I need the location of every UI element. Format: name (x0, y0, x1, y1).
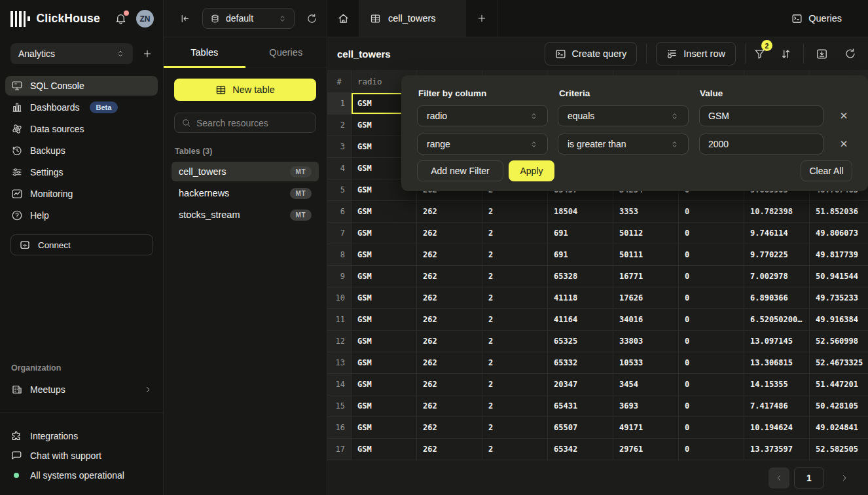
notifications-bell-icon[interactable] (115, 12, 127, 25)
sidebar-item-dashboards[interactable]: Dashboards Beta (5, 98, 158, 117)
table-cell[interactable]: 49171 (613, 417, 679, 439)
insert-row-button[interactable]: Insert row (656, 42, 736, 65)
table-cell[interactable]: 65342 (548, 439, 613, 460)
table-cell[interactable]: 50.428105 (810, 395, 868, 417)
table-cell[interactable]: 3454 (613, 374, 679, 395)
table-cell[interactable]: 6.52050200… (744, 309, 810, 331)
table-cell[interactable]: GSM (352, 201, 417, 223)
table-cell[interactable]: 262 (417, 417, 482, 439)
table-cell[interactable]: 52.560998 (810, 331, 868, 352)
sidebar-item-monitoring[interactable]: Monitoring (5, 184, 158, 204)
tab-tables[interactable]: Tables (164, 37, 245, 67)
table-cell[interactable]: 0 (679, 266, 744, 287)
filter-column-select[interactable]: radio (417, 105, 548, 126)
table-cell[interactable]: 262 (417, 287, 482, 309)
table-cell[interactable]: 49.817739 (810, 244, 868, 266)
filter-column-select[interactable]: range (417, 134, 548, 155)
table-cell[interactable]: 51.447201 (810, 374, 868, 395)
table-cell[interactable]: 2 (482, 439, 548, 460)
table-cell[interactable]: 2 (482, 244, 548, 266)
table-cell[interactable]: 18504 (548, 201, 613, 223)
table-cell[interactable]: 49.024841 (810, 417, 868, 439)
table-cell[interactable]: 49.806073 (810, 223, 868, 244)
table-cell[interactable]: 65431 (548, 395, 613, 417)
table-cell[interactable]: 49.916384 (810, 309, 868, 331)
table-cell[interactable]: 65325 (548, 331, 613, 352)
previous-page-button[interactable] (769, 468, 789, 488)
table-cell[interactable]: 9.746114 (744, 223, 810, 244)
table-cell[interactable]: 262 (417, 352, 482, 374)
table-list-item-stocks-stream[interactable]: stocks_stream MT (172, 205, 319, 225)
table-cell[interactable]: 262 (417, 331, 482, 352)
sidebar-item-backups[interactable]: Backups (5, 141, 158, 160)
table-cell[interactable]: 33803 (613, 331, 679, 352)
current-page-indicator[interactable]: 1 (794, 468, 824, 488)
table-cell[interactable]: 52.582505 (810, 439, 868, 460)
system-status[interactable]: All systems operational (10, 466, 153, 485)
table-cell[interactable]: 17626 (613, 287, 679, 309)
table-cell[interactable]: 0 (679, 374, 744, 395)
table-cell[interactable]: GSM (352, 266, 417, 287)
table-cell[interactable]: 3693 (613, 395, 679, 417)
sort-button[interactable] (777, 45, 794, 62)
table-cell[interactable]: 29761 (613, 439, 679, 460)
table-cell[interactable]: 16771 (613, 266, 679, 287)
table-list-item-cell-towers[interactable]: cell_towers MT (172, 162, 319, 181)
table-cell[interactable]: 2 (482, 352, 548, 374)
table-cell[interactable]: 262 (417, 309, 482, 331)
table-cell[interactable]: 0 (679, 417, 744, 439)
table-cell[interactable]: 262 (417, 395, 482, 417)
create-query-button[interactable]: Create query (545, 42, 638, 65)
filter-criteria-select[interactable]: equals (558, 105, 689, 126)
table-cell[interactable]: 0 (679, 352, 744, 374)
table-cell[interactable]: 262 (417, 374, 482, 395)
avatar[interactable]: ZN (136, 10, 154, 28)
table-cell[interactable]: 2 (482, 395, 548, 417)
table-cell[interactable]: 20347 (548, 374, 613, 395)
table-cell[interactable]: 52.4673325 (810, 352, 868, 374)
remove-filter-icon[interactable]: ✕ (837, 109, 851, 123)
table-cell[interactable]: GSM (352, 223, 417, 244)
sidebar-item-help[interactable]: Help (5, 206, 158, 225)
sidebar-item-settings[interactable]: Settings (5, 162, 158, 182)
add-filter-button[interactable]: Add new Filter (417, 160, 503, 181)
table-cell[interactable]: GSM (352, 417, 417, 439)
table-cell[interactable]: 49.735233 (810, 287, 868, 309)
table-cell[interactable]: 2 (482, 266, 548, 287)
table-cell[interactable]: 3353 (613, 201, 679, 223)
integrations-link[interactable]: Integrations (10, 426, 153, 446)
refresh-button[interactable] (842, 45, 859, 62)
table-cell[interactable]: 34016 (613, 309, 679, 331)
table-cell[interactable]: 10533 (613, 352, 679, 374)
table-cell[interactable]: 14.15355 (744, 374, 810, 395)
table-cell[interactable]: 2 (482, 309, 548, 331)
table-cell[interactable]: GSM (352, 352, 417, 374)
table-cell[interactable]: 262 (417, 244, 482, 266)
table-cell[interactable]: 2 (482, 223, 548, 244)
table-cell[interactable]: 2 (482, 417, 548, 439)
table-cell[interactable]: 262 (417, 201, 482, 223)
table-cell[interactable]: 13.373597 (744, 439, 810, 460)
chat-support-link[interactable]: Chat with support (10, 446, 153, 466)
home-button[interactable] (327, 0, 359, 37)
search-input[interactable] (196, 118, 315, 128)
remove-filter-icon[interactable]: ✕ (837, 137, 851, 151)
table-cell[interactable]: 65332 (548, 352, 613, 374)
table-cell[interactable]: 0 (679, 439, 744, 460)
table-cell[interactable]: 262 (417, 439, 482, 460)
next-page-button[interactable] (834, 468, 855, 488)
table-cell[interactable]: 0 (679, 287, 744, 309)
table-cell[interactable]: 13.097145 (744, 331, 810, 352)
table-cell[interactable]: 0 (679, 244, 744, 266)
table-cell[interactable]: 7.002978 (744, 266, 810, 287)
table-cell[interactable]: 41164 (548, 309, 613, 331)
table-cell[interactable]: GSM (352, 374, 417, 395)
table-cell[interactable]: 2 (482, 287, 548, 309)
table-cell[interactable]: GSM (352, 439, 417, 460)
table-cell[interactable]: 2 (482, 374, 548, 395)
table-cell[interactable]: 10.782398 (744, 201, 810, 223)
table-cell[interactable]: 65328 (548, 266, 613, 287)
sidebar-item-data-sources[interactable]: Data sources (5, 119, 158, 139)
connect-button[interactable]: Connect (10, 234, 153, 255)
table-cell[interactable]: 0 (679, 331, 744, 352)
